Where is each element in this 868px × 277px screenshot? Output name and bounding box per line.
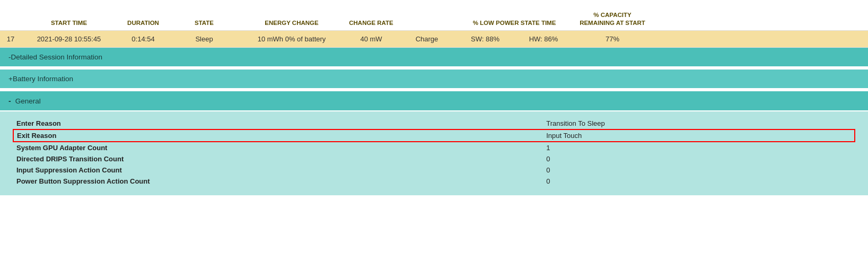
general-info-row: Exit ReasonInput Touch (13, 129, 855, 142)
row-lps-hw: HW: 86% (514, 34, 573, 44)
header-cap: % CAPACITY REMAINING AT START (573, 10, 652, 28)
field-label: Directed DRIPS Transition Count (13, 153, 543, 165)
row-start-time: 2021-09-28 10:55:45 (21, 34, 117, 44)
header-rate: CHANGE RATE (345, 18, 398, 28)
field-label: Power Button Suppression Action Count (13, 176, 543, 187)
general-info-row: System GPU Adapter Count1 (13, 142, 855, 153)
detailed-session-bar[interactable]: - Detailed Session Information (0, 48, 868, 67)
battery-info-label: Battery Information (13, 75, 73, 83)
row-charge: Charge (398, 34, 456, 44)
detailed-session-label: Detailed Session Information (11, 53, 103, 61)
field-value: 0 (543, 153, 855, 165)
row-state: Sleep (170, 34, 239, 44)
field-value: 0 (543, 176, 855, 187)
field-value: 1 (543, 142, 855, 153)
field-label: Exit Reason (13, 129, 543, 142)
general-content: Enter ReasonTransition To SleepExit Reas… (0, 111, 868, 195)
header-energy: ENERGY CHANGE (239, 18, 345, 28)
general-bar[interactable]: - General (0, 90, 868, 111)
battery-toggle-icon: + (8, 75, 13, 83)
general-toggle-icon: - (8, 97, 11, 105)
battery-info-bar[interactable]: + Battery Information (0, 68, 868, 89)
general-info-table: Enter ReasonTransition To SleepExit Reas… (13, 118, 855, 187)
field-label: System GPU Adapter Count (13, 142, 543, 153)
general-label: General (15, 97, 41, 105)
field-value: Transition To Sleep (543, 118, 855, 129)
table-header: START TIME DURATION STATE ENERGY CHANGE … (0, 0, 868, 31)
header-charge (398, 26, 456, 28)
field-value: Input Touch (543, 129, 855, 142)
general-info-row: Directed DRIPS Transition Count0 (13, 153, 855, 165)
header-duration: DURATION (117, 18, 170, 28)
header-start-time: START TIME (21, 18, 117, 28)
row-num: 17 (0, 34, 21, 44)
row-duration: 0:14:54 (117, 34, 170, 44)
row-rate: 40 mW (345, 34, 398, 44)
field-label: Enter Reason (13, 118, 543, 129)
header-state: STATE (170, 18, 239, 28)
general-info-row: Enter ReasonTransition To Sleep (13, 118, 855, 129)
field-value: 0 (543, 165, 855, 176)
general-info-row: Power Button Suppression Action Count0 (13, 176, 855, 187)
row-energy: 10 mWh 0% of battery (239, 34, 345, 44)
row-cap: 77% (573, 34, 652, 44)
header-num (0, 26, 21, 28)
table-row: 17 2021-09-28 10:55:45 0:14:54 Sleep 10 … (0, 31, 868, 48)
field-label: Input Suppression Action Count (13, 165, 543, 176)
row-lps-sw: SW: 88% (456, 34, 514, 44)
header-lps: % LOW POWER STATE TIME (456, 18, 573, 28)
general-info-row: Input Suppression Action Count0 (13, 165, 855, 176)
